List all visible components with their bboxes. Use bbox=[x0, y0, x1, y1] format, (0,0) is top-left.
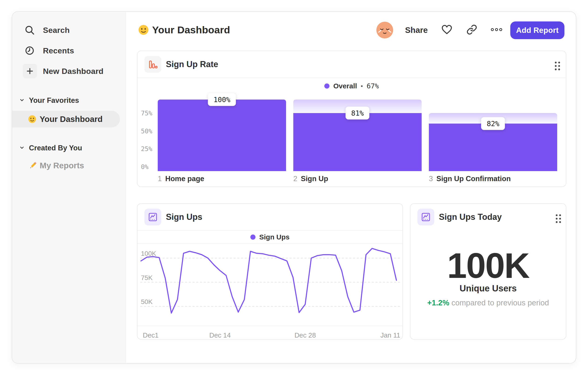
add-report-button[interactable]: Add Report bbox=[510, 21, 564, 39]
sidebar: Search Recents New Dashboard bbox=[12, 12, 126, 363]
sidebar-item-my-reports[interactable]: My Reports bbox=[12, 157, 126, 174]
funnel-value-badge: 82% bbox=[481, 117, 505, 130]
line-x-tick: Dec 14 bbox=[209, 332, 231, 339]
funnel-bar bbox=[158, 100, 286, 171]
ellipsis-icon bbox=[490, 23, 503, 37]
sidebar-item-label: My Reports bbox=[40, 161, 84, 170]
favorite-heart-button[interactable] bbox=[438, 22, 455, 39]
app-window: Search Recents New Dashboard bbox=[12, 11, 576, 364]
funnel-step-label: 3Sign Up Confirmation bbox=[429, 175, 511, 183]
link-icon bbox=[466, 24, 477, 36]
divider bbox=[137, 326, 402, 326]
metric-label: Unique Users bbox=[410, 283, 566, 293]
funnel-step-number: 1 bbox=[158, 175, 162, 183]
sign-ups-card-header: Sign Ups bbox=[137, 204, 402, 230]
funnel-y-tick: 50% bbox=[141, 128, 152, 135]
line-x-tick: Dec 28 bbox=[294, 332, 316, 339]
sidebar-item-label: Recents bbox=[43, 46, 74, 55]
sidebar-item-new-dashboard[interactable]: New Dashboard bbox=[12, 63, 126, 79]
chevron-down-icon bbox=[19, 97, 25, 104]
page-title-text: Your Dashboard bbox=[152, 24, 230, 36]
sidebar-item-recents[interactable]: Recents bbox=[12, 43, 126, 58]
metric-change-note-text: compared to previous period bbox=[452, 298, 549, 307]
funnel-chart: 75%50%25%0%100%1Home page81%2Sign Up82%3… bbox=[137, 51, 566, 186]
copy-link-button[interactable] bbox=[463, 22, 480, 39]
funnel-step-number: 3 bbox=[429, 175, 433, 183]
funnel-y-tick: 75% bbox=[141, 110, 152, 117]
sign-ups-today-card: Sign Ups Today 100K Unique Users +1.2% c… bbox=[410, 203, 566, 340]
line-x-tick: Jan 11 bbox=[380, 332, 400, 339]
section-label: Your Favorites bbox=[29, 96, 79, 105]
avatar[interactable] bbox=[376, 22, 393, 39]
signups-x-axis: Dec1Dec 14Dec 28Jan 11 bbox=[137, 332, 402, 340]
line-chart-icon bbox=[144, 209, 161, 225]
smiley-emoji-icon bbox=[138, 24, 149, 35]
heart-icon bbox=[441, 24, 453, 36]
clock-icon bbox=[24, 45, 35, 56]
metric-value: 100K bbox=[410, 245, 566, 286]
card-title: Sign Ups bbox=[166, 212, 202, 222]
sidebar-item-label: Search bbox=[43, 26, 70, 35]
funnel-y-tick: 0% bbox=[141, 163, 149, 171]
pencil-emoji-icon bbox=[29, 161, 37, 170]
funnel-step-label: 1Home page bbox=[158, 175, 204, 183]
search-icon bbox=[24, 24, 35, 36]
funnel-value-badge: 100% bbox=[208, 93, 236, 106]
sidebar-item-label: Your Dashboard bbox=[40, 114, 103, 124]
section-label: Created By You bbox=[29, 144, 82, 152]
sidebar-section-created-by-you[interactable]: Created By You bbox=[12, 143, 126, 153]
svg-text:50K: 50K bbox=[141, 298, 153, 305]
legend-label: Sign Ups bbox=[259, 233, 290, 241]
sidebar-item-label: New Dashboard bbox=[43, 67, 104, 76]
signup-rate-card: Sign Up Rate Overall • 67% 75%50%25%0%10… bbox=[137, 50, 566, 187]
sidebar-item-search[interactable]: Search bbox=[12, 23, 126, 38]
share-button[interactable]: Share bbox=[401, 22, 431, 39]
chevron-down-icon bbox=[19, 144, 25, 152]
funnel-step-label: 2Sign Up bbox=[293, 175, 328, 183]
metric-change: +1.2% compared to previous period bbox=[410, 298, 566, 307]
sign-ups-today-card-header: Sign Ups Today bbox=[410, 204, 566, 230]
funnel-step-name: Sign Up bbox=[301, 175, 328, 183]
svg-text:100K: 100K bbox=[141, 250, 156, 257]
funnel-step-name: Home page bbox=[165, 175, 204, 183]
sidebar-item-your-dashboard[interactable]: Your Dashboard bbox=[12, 111, 120, 128]
card-title: Sign Ups Today bbox=[439, 212, 502, 222]
funnel-y-tick: 25% bbox=[141, 145, 152, 152]
smiley-emoji-icon bbox=[28, 115, 36, 123]
legend-dot-icon bbox=[250, 234, 255, 240]
sign-ups-card: Sign Ups Sign Ups 100K75K50K Dec1Dec 14D… bbox=[137, 203, 403, 340]
line-chart-icon bbox=[417, 209, 434, 225]
line-x-tick: Dec1 bbox=[143, 332, 159, 339]
signups-line-svg: 100K75K50K bbox=[137, 243, 403, 328]
funnel-step-number: 2 bbox=[293, 175, 297, 183]
line-legend: Sign Ups bbox=[137, 231, 402, 244]
plus-icon bbox=[23, 64, 37, 78]
sidebar-section-your-favorites[interactable]: Your Favorites bbox=[12, 95, 126, 106]
funnel-value-badge: 81% bbox=[346, 107, 369, 120]
funnel-step-name: Sign Up Confirmation bbox=[436, 175, 511, 183]
drag-handle-icon[interactable] bbox=[553, 213, 564, 224]
funnel-bar bbox=[429, 123, 557, 171]
metric-change-delta: +1.2% bbox=[427, 298, 449, 307]
svg-text:75K: 75K bbox=[141, 274, 153, 281]
page-title: Your Dashboard bbox=[138, 23, 230, 36]
more-options-button[interactable] bbox=[488, 22, 505, 39]
funnel-bar bbox=[293, 113, 422, 171]
